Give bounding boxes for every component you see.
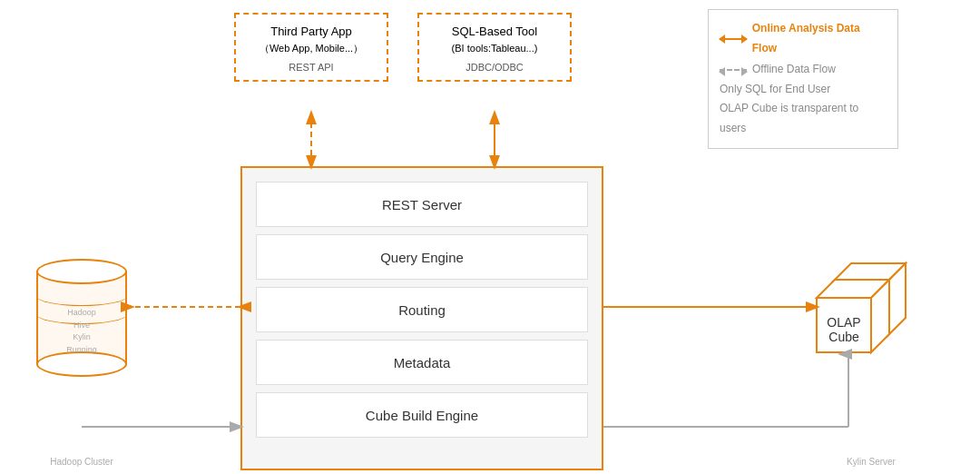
db-ellipse-top <box>36 259 127 284</box>
routing-row: Routing <box>256 287 588 332</box>
metadata-row: Metadata <box>256 340 588 385</box>
legend-olap-transparent: OLAP Cube is transparent to users <box>720 99 887 138</box>
db-ellipse-mid2 <box>36 304 127 324</box>
sql-tool-title: SQL-Based Tool(BI tools:Tableau...) <box>426 24 563 56</box>
legend-online-flow: Online Analysis Data Flow <box>720 19 887 58</box>
third-party-box: Third Party App（Web App, Mobile...） REST… <box>234 13 388 82</box>
diagram-container: Online Analysis Data Flow Offline Data F… <box>0 0 980 474</box>
kylin-server-label: Kylin Server <box>812 457 930 467</box>
legend-offline-flow: Offline Data Flow <box>720 60 887 80</box>
svg-text:Cube: Cube <box>828 330 859 344</box>
rest-api-label: REST API <box>243 62 379 73</box>
database-cylinder: HadoopHiveKylinRunning <box>36 259 127 377</box>
cube-build-row: Cube Build Engine <box>256 392 588 438</box>
jdbc-odbc-label: JDBC/ODBC <box>426 62 563 73</box>
query-engine-row: Query Engine <box>256 234 588 280</box>
legend-box: Online Analysis Data Flow Offline Data F… <box>708 9 898 149</box>
svg-text:OLAP: OLAP <box>827 315 860 330</box>
olap-cube-container: OLAP Cube <box>789 254 916 381</box>
main-engine-box: REST Server Query Engine Routing Metadat… <box>240 166 603 470</box>
third-party-title: Third Party App（Web App, Mobile...） <box>243 24 379 56</box>
legend-sql-only: Only SQL for End User <box>720 80 887 100</box>
db-ellipse-mid <box>36 286 127 306</box>
olap-cube-svg: OLAP Cube <box>789 254 916 381</box>
hadoop-cluster-label: Hadoop Cluster <box>23 457 141 467</box>
sql-tool-box: SQL-Based Tool(BI tools:Tableau...) JDBC… <box>417 13 572 82</box>
db-ellipse-bottom <box>36 351 127 377</box>
rest-server-row: REST Server <box>256 182 588 227</box>
